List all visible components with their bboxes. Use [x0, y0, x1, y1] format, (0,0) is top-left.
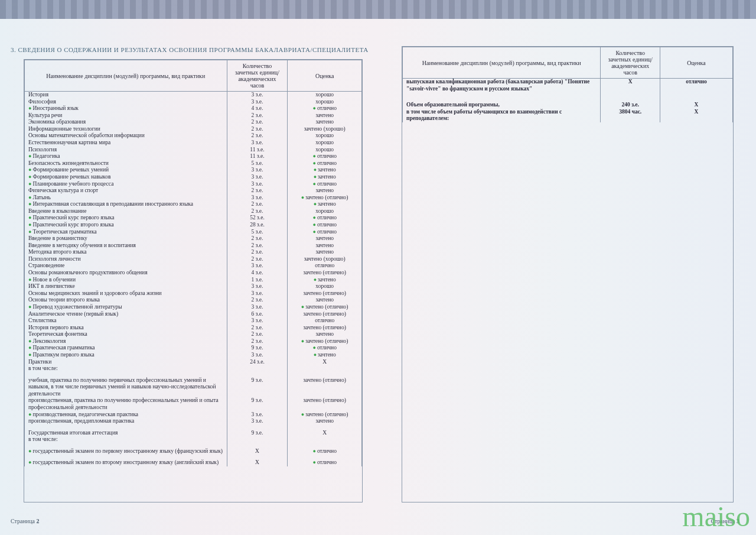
- discipline-name: выпускная квалификационная работа (бакал…: [403, 79, 601, 93]
- credits-value: 3804 час.: [601, 109, 660, 122]
- grade-value: зачтено (отлично): [288, 290, 362, 297]
- grade-value: зачтено: [288, 331, 362, 338]
- grade-value: хорошо: [288, 208, 362, 215]
- grade-value: ●зачтено: [288, 277, 362, 284]
- discipline-name: Философия: [25, 99, 227, 106]
- grade-value: зачтено: [288, 249, 362, 256]
- credits-value: 3 з.е.: [227, 174, 288, 181]
- credits-value: X: [227, 448, 288, 455]
- table-row: Государственная итоговая аттестация9 з.е…: [25, 430, 362, 437]
- table-row: Основы романоязычного продуктивного обще…: [25, 270, 362, 277]
- table-row: ●Интерактивная составляющая в преподаван…: [25, 201, 362, 208]
- page-number-left: Страница 2: [11, 518, 39, 524]
- credits-value: 2 з.е.: [227, 249, 288, 256]
- table-row: Методика второго языка2 з.е.зачтено: [25, 249, 362, 256]
- table-row: Основы теории второго языка2 з.е.зачтено: [25, 297, 362, 304]
- discipline-name: Основы математической обработки информац…: [25, 132, 227, 140]
- table-row: производственная, практика по получению …: [25, 397, 362, 411]
- table-row: ●Практический курс первого языка52 з.е.●…: [25, 215, 362, 222]
- table-row: Теоретическая фонетика2 з.е.зачтено: [25, 331, 362, 338]
- discipline-name: производственная, преддипломная практика: [25, 418, 227, 425]
- table-row: Практики24 з.е.X: [25, 359, 362, 366]
- grade-value: зачтено: [288, 418, 362, 425]
- discipline-name: в том числе:: [25, 436, 227, 443]
- discipline-name: ●Формирование речевых умений: [25, 167, 227, 174]
- table-row: ●Формирование речевых умений3 з.е.●зачте…: [25, 167, 362, 174]
- grade-value: хорошо: [288, 147, 362, 154]
- discipline-name: Страноведение: [25, 262, 227, 270]
- grade-value: [288, 436, 362, 443]
- discipline-name: Методика второго языка: [25, 249, 227, 256]
- discipline-name: учебная, практика по получению первичных…: [25, 377, 227, 398]
- grade-value: X: [288, 430, 362, 437]
- table-row: в том числе объем работы обучающихся во …: [403, 109, 733, 122]
- credits-value: 2 з.е.: [227, 256, 288, 263]
- grade-value: зачтено (отлично): [288, 377, 362, 398]
- grade-value: зачтено (отлично): [288, 325, 362, 332]
- table-row: Безопасность жизнедеятельности5 з.е.●отл…: [25, 160, 362, 167]
- credits-value: 2 з.е.: [227, 187, 288, 194]
- header-credits: Количество зачетных единиц/ академически…: [227, 60, 288, 92]
- grade-value: ●отлично: [288, 160, 362, 167]
- credits-value: 6 з.е.: [227, 311, 288, 318]
- discipline-name: ●Интерактивная составляющая в преподаван…: [25, 201, 227, 208]
- discipline-name: ●Педагогика: [25, 153, 227, 160]
- grade-value: хорошо: [288, 132, 362, 140]
- table-row: [25, 425, 362, 430]
- credits-value: 9 з.е.: [227, 345, 288, 352]
- watermark-logo: maiso: [682, 500, 750, 533]
- grade-value: зачтено: [288, 119, 362, 126]
- discipline-name: Естественнонаучная картина мира: [25, 140, 227, 147]
- grade-value: зачтено (отлично): [288, 270, 362, 277]
- credits-value: 2 з.е.: [227, 297, 288, 304]
- credits-value: 3 з.е.: [227, 194, 288, 202]
- discipline-name: Основы медицинских знаний и здорового об…: [25, 290, 227, 297]
- table-row: Психология11 з.е.хорошо: [25, 147, 362, 154]
- grade-value: ●зачтено (отлично): [288, 194, 362, 202]
- credits-value: 9 з.е.: [227, 397, 288, 411]
- grade-value: зачтено (отлично): [288, 311, 362, 318]
- grade-value: зачтено (хорошо): [288, 256, 362, 263]
- discipline-name: Государственная итоговая аттестация: [25, 430, 227, 437]
- header-discipline-r: Наименование дисциплин (модулей) програм…: [403, 47, 601, 79]
- credits-value: X: [227, 459, 288, 466]
- grade-value: ●отлично: [288, 222, 362, 229]
- table-row: История3 з.е.хорошо: [25, 92, 362, 99]
- credits-value: 2 з.е.: [227, 331, 288, 338]
- table-row: Физическая культура и спорт2 з.е.зачтено: [25, 187, 362, 194]
- table-row: ●государственный экзамен по первому инос…: [25, 448, 362, 455]
- table-row: Основы медицинских знаний и здорового об…: [25, 290, 362, 297]
- grade-value: зачтено (хорошо): [288, 126, 362, 133]
- discipline-name: Психология: [25, 147, 227, 154]
- grade-value: зачтено: [288, 297, 362, 304]
- discipline-name: Культура речи: [25, 112, 227, 119]
- transcript-left-table: Наименование дисциплин (модулей) програм…: [24, 60, 362, 466]
- grade-value: ●отлично: [288, 448, 362, 455]
- table-row: Экономика образования2 з.е.зачтено: [25, 119, 362, 126]
- table-row: [403, 92, 733, 97]
- table-row: Введение в романистику2 з.е.зачтено: [25, 235, 362, 242]
- table-row: История первого языка2 з.е.зачтено (отли…: [25, 325, 362, 332]
- table-row: Стилистика3 з.е.отлично: [25, 317, 362, 325]
- credits-value: 3 з.е.: [227, 411, 288, 419]
- grade-value: ●зачтено: [288, 352, 362, 359]
- credits-value: 3 з.е.: [227, 167, 288, 174]
- credits-value: 1 з.е.: [227, 277, 288, 284]
- credits-value: 2 з.е.: [227, 201, 288, 208]
- discipline-name: Физическая культура и спорт: [25, 187, 227, 194]
- credits-value: 3 з.е.: [227, 352, 288, 359]
- discipline-name: Информационные технологии: [25, 126, 227, 133]
- table-row: ●Практический курс второго языка28 з.е.●…: [25, 222, 362, 229]
- transcript-left-panel: Наименование дисциплин (модулей) програм…: [24, 59, 363, 502]
- grade-value: ●отлично: [288, 459, 362, 466]
- table-row: Введение в методику обучения и воспитани…: [25, 242, 362, 249]
- credits-value: 3 з.е.: [227, 92, 288, 99]
- discipline-name: ●Практикум первого языка: [25, 352, 227, 359]
- discipline-name: Безопасность жизнедеятельности: [25, 160, 227, 167]
- grade-value: хорошо: [288, 92, 362, 99]
- table-row: ●Теоретическая грамматика5 з.е.●отлично: [25, 229, 362, 236]
- table-row: в том числе:: [25, 436, 362, 443]
- credits-value: 3 з.е.: [227, 290, 288, 297]
- table-row: ●Латынь3 з.е.●зачтено (отлично): [25, 194, 362, 202]
- discipline-name: ●Практическая грамматика: [25, 345, 227, 352]
